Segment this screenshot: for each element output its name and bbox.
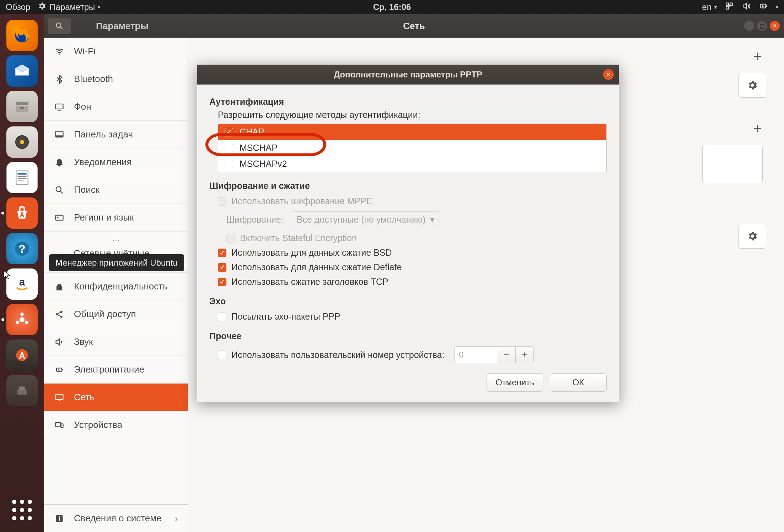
- bluetooth-icon: [54, 74, 65, 85]
- launcher-firefox[interactable]: [6, 20, 38, 51]
- svg-rect-12: [18, 180, 24, 181]
- option-ppp-echo[interactable]: Посылать эхо-пакеты PPP: [218, 309, 607, 324]
- svg-text:?: ?: [18, 243, 26, 255]
- proxy-settings-button[interactable]: [739, 224, 766, 249]
- auth-method-label: CHAP: [240, 127, 264, 137]
- svg-rect-1: [766, 5, 767, 7]
- option-label: Использовать шифрование MPPE: [231, 196, 372, 206]
- network-icon[interactable]: [725, 1, 734, 13]
- launcher-files[interactable]: [6, 91, 38, 122]
- svg-point-20: [16, 321, 19, 324]
- sidebar-item-sound[interactable]: Звук: [44, 328, 188, 356]
- sidebar-item-about[interactable]: iСведения о системе ›: [44, 504, 188, 532]
- clock[interactable]: Ср, 16:06: [373, 2, 411, 12]
- launcher-system-settings[interactable]: [6, 304, 38, 335]
- svg-point-18: [20, 313, 24, 316]
- sidebar-item-sharing[interactable]: Общий доступ: [44, 300, 188, 328]
- svg-point-19: [25, 321, 28, 324]
- auth-method-chap[interactable]: CHAP: [218, 124, 606, 140]
- minimize-button[interactable]: –: [744, 21, 754, 31]
- sidebar-item-wifi[interactable]: Wi-Fi: [44, 38, 188, 65]
- option-label: Использовать для данных сжатие BSD: [231, 248, 392, 258]
- option-stateful[interactable]: Включить Stateful Encryption: [226, 231, 607, 245]
- search-icon: [54, 185, 65, 195]
- checkbox-icon[interactable]: [218, 313, 226, 321]
- volume-icon[interactable]: [742, 1, 751, 13]
- sidebar-item-region[interactable]: Регион и язык: [44, 204, 188, 232]
- vpn-entry[interactable]: [702, 145, 763, 183]
- svg-line-33: [61, 191, 63, 193]
- app-menu[interactable]: Параметры ▾: [37, 1, 100, 13]
- add-vpn-button[interactable]: +: [749, 120, 766, 136]
- sound-icon: [54, 337, 65, 347]
- sidebar-item-label: Сеть: [74, 392, 95, 403]
- checkbox-icon[interactable]: [218, 263, 226, 272]
- spin-up-button[interactable]: +: [515, 346, 534, 363]
- svg-text:a: a: [19, 276, 25, 288]
- battery-icon[interactable]: [759, 1, 768, 13]
- sidebar-item-privacy[interactable]: Конфиденциальность: [44, 273, 188, 300]
- sidebar-item-dock[interactable]: Панель задач: [44, 121, 188, 148]
- checkbox-icon[interactable]: [218, 249, 226, 257]
- checkbox-icon[interactable]: [218, 351, 226, 359]
- auth-methods-list: CHAP MSCHAP MSCHAPv2: [218, 124, 607, 172]
- dialog-close-button[interactable]: ×: [603, 69, 614, 80]
- launcher-libreoffice-writer[interactable]: [6, 162, 38, 193]
- sidebar-item-search[interactable]: Поиск: [44, 176, 188, 204]
- sidebar-item-label: Устройства: [74, 419, 122, 430]
- launcher-rhythmbox[interactable]: [6, 126, 38, 158]
- sidebar-item-label: Панель задач: [74, 129, 133, 140]
- option-label: Посылать эхо-пакеты PPP: [231, 311, 340, 322]
- launcher-additional[interactable]: [6, 375, 38, 406]
- encryption-heading: Шифрование и сжатие: [209, 181, 607, 191]
- sidebar-item-power[interactable]: Электропитание: [44, 356, 188, 384]
- gear-icon: [37, 1, 47, 13]
- checkbox-icon[interactable]: [225, 144, 233, 152]
- encryption-combo-row: Шифрование: Все доступные (по умолчанию): [226, 208, 607, 231]
- close-button[interactable]: ×: [770, 21, 780, 31]
- unit-number-input[interactable]: 0: [454, 346, 497, 363]
- option-bsd-compression[interactable]: Использовать для данных сжатие BSD: [218, 245, 607, 260]
- running-indicator: [1, 318, 4, 321]
- option-tcp-header-compression[interactable]: Использовать сжатие заголовков TCP: [218, 275, 607, 289]
- show-applications-button[interactable]: [6, 494, 38, 526]
- sidebar-item-hidden[interactable]: …: [44, 232, 188, 245]
- chevron-down-icon[interactable]: ▾: [776, 4, 778, 10]
- sidebar-item-devices[interactable]: Устройства: [44, 411, 188, 439]
- sidebar-item-label: Общий доступ: [74, 309, 136, 320]
- option-custom-unit[interactable]: Использовать пользовательский номер устр…: [218, 344, 607, 365]
- sidebar-item-label: Уведомления: [74, 157, 132, 168]
- cancel-button[interactable]: Отменить: [487, 373, 543, 392]
- spin-down-button[interactable]: −: [497, 346, 515, 363]
- encryption-combo[interactable]: Все доступные (по умолчанию): [291, 211, 440, 228]
- option-label: Использовать пользовательский номер устр…: [231, 350, 444, 360]
- sidebar-item-bluetooth[interactable]: Bluetooth: [44, 65, 188, 93]
- sidebar-item-label: Конфиденциальность: [74, 281, 168, 292]
- option-deflate-compression[interactable]: Использовать для данных сжатие Deflate: [218, 260, 607, 275]
- svg-rect-31: [56, 135, 63, 137]
- sidebar-item-background[interactable]: Фон: [44, 93, 188, 121]
- maximize-button[interactable]: ▢: [757, 21, 767, 31]
- launcher-help[interactable]: ?: [6, 233, 38, 264]
- svg-line-26: [60, 27, 62, 29]
- checkbox-icon[interactable]: [225, 160, 233, 168]
- mouse-cursor-icon: [2, 270, 12, 281]
- connection-settings-button[interactable]: [739, 73, 766, 98]
- auth-method-mschap[interactable]: MSCHAP: [218, 140, 606, 156]
- launcher-software-updater[interactable]: A: [6, 340, 38, 371]
- checkbox-icon[interactable]: [225, 128, 233, 136]
- svg-point-25: [56, 23, 61, 27]
- launcher-thunderbird[interactable]: [6, 55, 38, 87]
- keyboard-layout-indicator[interactable]: en▾: [702, 2, 717, 12]
- sidebar-item-network[interactable]: Сеть: [44, 384, 188, 411]
- auth-method-mschapv2[interactable]: MSCHAPv2: [218, 156, 606, 172]
- option-use-mppe[interactable]: Использовать шифрование MPPE: [218, 194, 607, 208]
- sidebar-item-notifications[interactable]: Уведомления: [44, 148, 188, 176]
- activities-button[interactable]: Обзор: [6, 2, 30, 12]
- add-connection-button[interactable]: +: [749, 48, 766, 64]
- auth-method-label: MSCHAP: [240, 143, 278, 153]
- launcher-ubuntu-software[interactable]: A: [6, 197, 38, 229]
- search-button[interactable]: [48, 18, 71, 34]
- checkbox-icon[interactable]: [218, 278, 226, 286]
- ok-button[interactable]: ОК: [550, 373, 607, 392]
